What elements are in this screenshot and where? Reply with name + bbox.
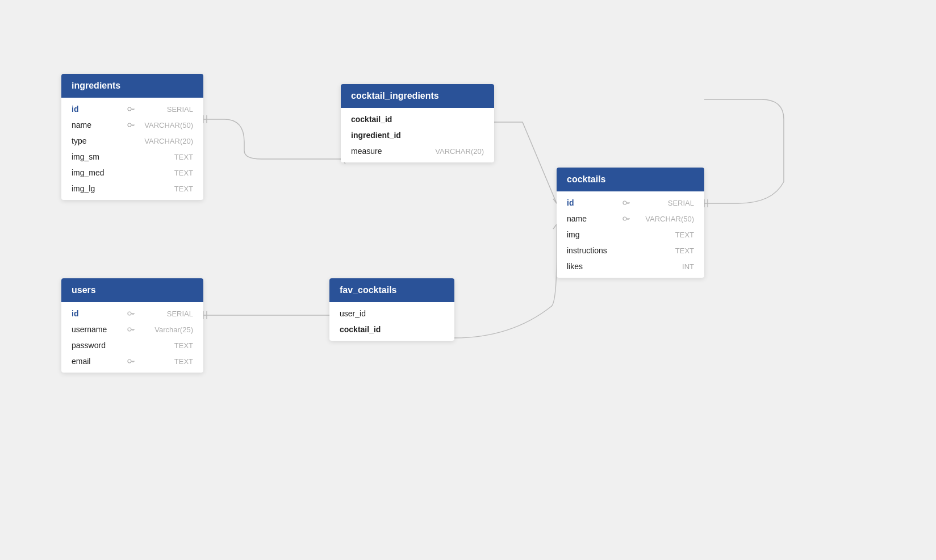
table-fav-cocktails-header: fav_cocktails [329,278,454,302]
table-row: img_sm TEXT [61,149,203,165]
key-icon [127,311,137,316]
col-type: TEXT [174,169,193,177]
table-cocktail-ingredients-title: cocktail_ingredients [351,91,439,101]
col-type: INT [682,262,694,271]
col-type: TEXT [174,341,193,350]
svg-point-16 [128,312,131,315]
col-name: name [567,214,618,223]
col-type: VARCHAR(50) [645,215,694,223]
table-cocktails-body: id SERIAL name VARCHAR(50) img TEXT [557,191,704,278]
col-type: TEXT [174,185,193,193]
table-cocktail-ingredients: cocktail_ingredients cocktail_id ingredi… [341,84,494,162]
col-name: id [72,309,123,318]
table-cocktails-title: cocktails [567,174,605,184]
table-users: users id SERIAL username Varchar(25) [61,278,203,373]
col-type: VARCHAR(20) [435,147,484,156]
col-name: user_id [340,309,391,318]
col-name: cocktail_id [351,115,402,124]
col-type: TEXT [675,246,694,255]
table-row: name VARCHAR(50) [557,211,704,227]
col-name: img_sm [72,152,123,161]
svg-point-24 [128,360,131,363]
fk-icon [127,358,137,364]
table-row: instructions TEXT [557,243,704,258]
col-name: email [72,357,123,366]
table-row: likes INT [557,258,704,274]
table-ingredients-body: id SERIAL name VARCHAR(50) type VARCHAR [61,98,203,200]
col-name: cocktail_id [340,325,391,334]
table-row: ingredient_id [341,127,494,143]
table-row: type VARCHAR(20) [61,133,203,149]
table-cocktail-ingredients-header: cocktail_ingredients [341,84,494,108]
table-row: img_med TEXT [61,165,203,181]
col-type: Varchar(25) [154,325,193,334]
col-type: SERIAL [668,199,694,207]
table-fav-cocktails-body: user_id cocktail_id [329,302,454,341]
table-ingredients-header: ingredients [61,74,203,98]
conn-cocktail-ingredients-to-cocktails [494,122,557,203]
table-row: username Varchar(25) [61,321,203,337]
col-name: name [72,120,123,129]
table-row: email TEXT [61,353,203,369]
table-cocktail-ingredients-body: cocktail_id ingredient_id measure VARCHA… [341,108,494,162]
svg-point-4 [128,123,131,127]
col-name: ingredient_id [351,131,402,140]
col-type: VARCHAR(50) [144,121,193,129]
col-name: username [72,325,123,334]
table-row: user_id [329,306,454,321]
col-name: likes [567,262,618,271]
table-row: id SERIAL [61,101,203,117]
table-fav-cocktails: fav_cocktails user_id cocktail_id [329,278,454,341]
col-name: password [72,341,123,350]
table-row: img_lg TEXT [61,181,203,197]
conn-ingredients-to-cocktail-ingredients [203,119,341,159]
table-users-title: users [72,285,96,295]
col-type: SERIAL [167,105,193,114]
col-name: id [72,105,123,114]
col-name: measure [351,147,402,156]
diagram-canvas: ingredients id SERIAL name VARCHAR(50) [0,0,936,560]
table-ingredients-title: ingredients [72,81,120,90]
col-type: VARCHAR(20) [144,137,193,145]
col-name: id [567,198,618,207]
fk-icon [622,216,633,222]
table-users-header: users [61,278,203,302]
table-row: measure VARCHAR(20) [341,143,494,159]
table-users-body: id SERIAL username Varchar(25) password … [61,302,203,373]
svg-point-0 [128,107,131,111]
table-row: id SERIAL [61,306,203,321]
col-type: TEXT [174,357,193,366]
col-type: TEXT [675,231,694,239]
col-name: img [567,230,618,239]
conn-fav-cocktails-to-cocktails [454,224,557,338]
col-name: img_lg [72,184,123,193]
fk-icon [127,122,137,128]
table-row: cocktail_id [341,111,494,127]
svg-point-20 [128,328,131,331]
table-row: name VARCHAR(50) [61,117,203,133]
table-row: img TEXT [557,227,704,243]
fk-icon [127,327,137,332]
col-name: type [72,136,123,145]
col-name: instructions [567,246,618,255]
table-row: id SERIAL [557,195,704,211]
col-type: SERIAL [167,310,193,318]
table-row: cocktail_id [329,321,454,337]
table-fav-cocktails-title: fav_cocktails [340,285,397,295]
table-ingredients: ingredients id SERIAL name VARCHAR(50) [61,74,203,200]
svg-point-12 [623,217,626,220]
col-type: TEXT [174,153,193,161]
table-cocktails: cocktails id SERIAL name VARCHAR(50) [557,168,704,278]
key-icon [622,200,633,206]
col-name: img_med [72,168,123,177]
table-cocktails-header: cocktails [557,168,704,191]
table-row: password TEXT [61,337,203,353]
conn-cocktails-loop [704,99,784,203]
svg-point-8 [623,201,626,204]
key-icon [127,106,137,112]
